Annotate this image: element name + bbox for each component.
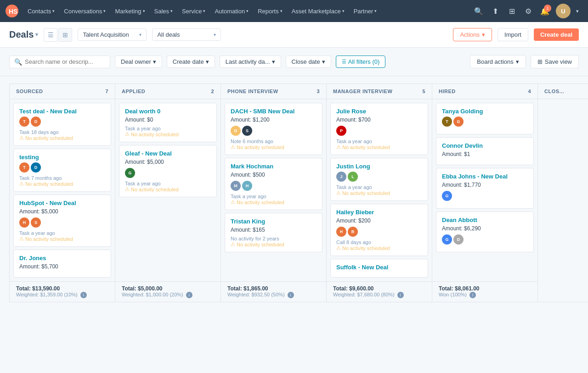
nav-partner[interactable]: Partner ▾: [350, 6, 381, 17]
deal-card-title: Gleaf - New Deal: [125, 150, 211, 157]
deal-card-meta: Task a year ago: [336, 184, 422, 190]
import-button[interactable]: Import: [498, 28, 528, 41]
column-cards-hired: Tanya GoldingTGConnor DevlinAmount: $1Eb…: [432, 99, 537, 281]
deal-card[interactable]: Tristan KingAmount: $165No activity for …: [225, 213, 322, 252]
column-header-phone-interview: PHONE INTERVIEW 3: [221, 84, 326, 99]
deal-owner-filter[interactable]: Deal owner ▾: [115, 56, 162, 68]
avatar: S: [31, 217, 41, 228]
create-date-filter[interactable]: Create date ▾: [167, 56, 215, 68]
hubspot-logo[interactable]: HS: [6, 5, 18, 17]
actions-button[interactable]: Actions ▾: [453, 28, 492, 41]
column-total: Total: $9,600.00: [333, 285, 425, 292]
info-icon[interactable]: i: [469, 292, 476, 298]
settings-button[interactable]: ⚙: [521, 4, 536, 18]
deal-card[interactable]: Ebba Johns - New DealAmount: $1,770G: [436, 168, 534, 209]
deal-card-meta: Task 18 days ago: [19, 129, 105, 135]
column-cards-closed: [538, 99, 588, 302]
deal-card-warning: ⚠ No activity scheduled: [231, 241, 317, 247]
deal-card[interactable]: Tanya GoldingTG: [436, 103, 534, 134]
avatar: T: [19, 162, 29, 173]
svg-text:HS: HS: [9, 8, 17, 15]
info-icon[interactable]: i: [288, 292, 294, 298]
deal-card-warning: ⚠ No activity scheduled: [19, 236, 105, 242]
avatar: M: [231, 181, 241, 191]
column-footer-hired: Total: $8,061.00 Won (100%) i: [432, 281, 537, 302]
view-selector[interactable]: All deals ▾: [152, 28, 221, 41]
avatar: S: [242, 126, 252, 136]
deal-card-title: Tristan King: [231, 218, 317, 225]
nav-conversations[interactable]: Conversations ▾: [60, 6, 109, 17]
deal-card-title: Deal worth 0: [125, 108, 211, 115]
search-input[interactable]: [25, 58, 105, 65]
avatar: P: [336, 126, 346, 136]
deal-card-title: testing: [19, 154, 105, 161]
deal-card[interactable]: Mark HochmanAmount: $500MHTask a year ag…: [225, 158, 322, 210]
deal-card[interactable]: Connor DevlinAmount: $1: [436, 137, 534, 165]
deal-card[interactable]: Julie RoseAmount: $700PTask a year ago⚠ …: [330, 103, 428, 155]
board-actions-button[interactable]: Board actions ▾: [470, 55, 526, 68]
board-column-closed: CLOS...: [537, 84, 588, 302]
info-icon[interactable]: i: [186, 292, 192, 298]
nav-reports[interactable]: Reports ▾: [254, 6, 286, 17]
deal-card[interactable]: Suffolk - New Deal: [330, 259, 428, 278]
deal-card[interactable]: DACH - SMB New DealAmount: $1,200DSNote …: [225, 103, 322, 155]
pipeline-selector[interactable]: Talent Acquisition ▾: [78, 28, 147, 41]
deal-card-warning: ⚠ No activity scheduled: [231, 199, 317, 205]
column-title: SOURCED: [16, 89, 43, 94]
upgrade-button[interactable]: ⬆: [488, 4, 503, 18]
search-box[interactable]: 🔍: [9, 56, 110, 68]
deal-card-title: Mark Hochman: [231, 163, 317, 170]
apps-button[interactable]: ⊞: [504, 4, 519, 18]
deal-card[interactable]: HubSpot - New DealAmount: $5,000HSTask a…: [13, 195, 111, 247]
deal-card[interactable]: Hailey BieberAmount: $200HBCall 8 days a…: [330, 204, 428, 256]
nav-contacts[interactable]: Contacts ▾: [24, 6, 58, 17]
deal-card-meta: No activity for 2 years: [231, 236, 317, 241]
deal-card[interactable]: Gleaf - New DealAmount: $5,000GTask a ye…: [119, 145, 217, 197]
deal-card[interactable]: Dean AbbottAmount: $6,290GD: [436, 212, 534, 252]
column-title: HIRED: [439, 89, 456, 94]
top-navigation: HS Contacts ▾ Conversations ▾ Marketing …: [0, 0, 588, 22]
deal-card[interactable]: Test deal - New DealTDTask 18 days ago⚠ …: [13, 103, 111, 146]
column-total: Total: $1,865.00: [227, 285, 320, 292]
deal-card-warning: ⚠ No activity scheduled: [125, 186, 211, 192]
column-cards-phone-interview: DACH - SMB New DealAmount: $1,200DSNote …: [221, 99, 326, 281]
deal-card[interactable]: testingTDTask 7 months ago⚠ No activity …: [13, 149, 111, 192]
deal-card-meta: Task a year ago: [125, 181, 211, 186]
nav-marketing[interactable]: Marketing ▾: [111, 6, 148, 17]
avatar: G: [453, 117, 464, 127]
column-title: APPLIED: [122, 89, 145, 94]
avatar: T: [19, 117, 29, 127]
deal-card-amount: Amount: $1: [442, 151, 528, 157]
column-cards-sourced: Test deal - New DealTDTask 18 days ago⚠ …: [10, 99, 115, 281]
avatar: G: [125, 168, 135, 178]
all-filters-button[interactable]: ☰ All filters (0): [336, 56, 386, 68]
create-deal-button[interactable]: Create deal: [534, 28, 579, 41]
nav-sales[interactable]: Sales ▾: [151, 6, 177, 17]
nav-asset-marketplace[interactable]: Asset Marketplace ▾: [288, 6, 348, 17]
last-activity-filter[interactable]: Last activity da... ▾: [220, 56, 281, 68]
deal-board: SOURCED 7Test deal - New DealTDTask 18 d…: [0, 76, 588, 310]
list-view-button[interactable]: ☰: [44, 28, 57, 42]
user-menu-chevron[interactable]: ▾: [572, 6, 582, 16]
grid-view-button[interactable]: ⊞: [58, 28, 72, 42]
notifications-button[interactable]: 🔔 1: [537, 4, 552, 18]
column-count: 4: [528, 89, 531, 94]
search-button[interactable]: 🔍: [471, 4, 486, 18]
nav-automation[interactable]: Automation ▾: [211, 6, 252, 17]
column-weighted: Weighted: $1,000.00 (20%) i: [122, 292, 214, 298]
nav-service[interactable]: Service ▾: [178, 6, 209, 17]
avatar: H: [242, 181, 252, 191]
user-avatar[interactable]: U: [556, 4, 571, 18]
deal-card-meta: Note 6 months ago: [231, 139, 317, 144]
page-title[interactable]: Deals ▾: [9, 29, 38, 40]
close-date-filter[interactable]: Close date ▾: [286, 56, 331, 68]
deal-card[interactable]: Dr. JonesAmount: $5,700: [13, 250, 111, 278]
info-icon[interactable]: i: [80, 292, 87, 298]
save-view-button[interactable]: ⊞ Save view: [531, 55, 579, 68]
board-column-hired: HIRED 4Tanya GoldingTGConnor DevlinAmoun…: [432, 84, 537, 302]
deal-card[interactable]: Deal worth 0Amount: $0Task a year ago⚠ N…: [119, 103, 217, 142]
deal-card[interactable]: Justin LongJLTask a year ago⚠ No activit…: [330, 158, 428, 201]
deal-card-avatars: HB: [336, 227, 422, 237]
info-icon[interactable]: i: [397, 292, 404, 298]
deal-card-amount: Amount: $1,770: [442, 182, 528, 188]
